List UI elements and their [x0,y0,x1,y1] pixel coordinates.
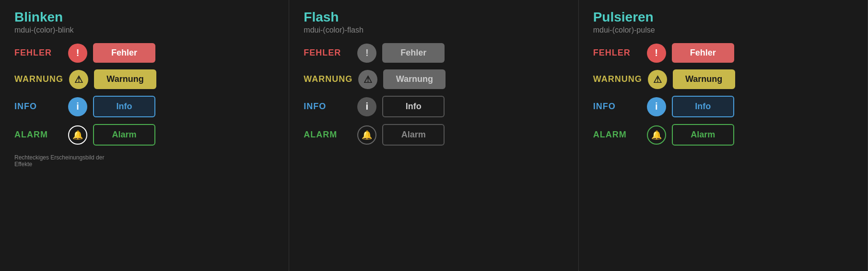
blinken-warnung-label: WARNUNG [14,74,63,84]
pulsieren-info-row: INFO i Info [593,96,853,117]
blinken-info-button[interactable]: Info [93,96,155,117]
blinken-info-label: INFO [14,102,62,112]
blinken-info-row: INFO i Info [14,96,274,117]
flash-subtitle: mdui-(color)-flash [304,26,563,34]
pulsieren-alarm-label: ALARM [593,130,641,140]
flash-alarm-button[interactable]: Alarm [382,124,445,146]
pulsieren-warnung-button[interactable]: Warnung [673,69,735,89]
blinken-section: Blinken mdui-(color)-blink FEHLER ! Fehl… [0,0,289,271]
blinken-fehler-icon: ! [68,44,87,63]
pulsieren-subtitle: mdui-(color)-pulse [593,26,853,34]
flash-info-label: INFO [304,102,352,112]
flash-section: Flash mdui-(color)-flash FEHLER ! Fehler… [289,0,578,271]
flash-warnung-icon: ⚠ [358,70,377,89]
blinken-alarm-row: ALARM 🔔 Alarm [14,124,274,146]
flash-fehler-label: FEHLER [304,48,352,58]
flash-alarm-label: ALARM [304,130,352,140]
flash-info-row: INFO i Info [304,96,563,117]
pulsieren-info-icon: i [647,97,666,116]
blinken-subtitle: mdui-(color)-blink [14,26,274,34]
pulsieren-fehler-icon: ! [647,44,666,63]
flash-alarm-row: ALARM 🔔 Alarm [304,124,563,146]
blinken-fehler-button[interactable]: Fehler [93,43,155,63]
pulsieren-info-button[interactable]: Info [672,96,734,117]
pulsieren-alarm-icon: 🔔 [647,125,666,145]
blinken-note: Rechteckiges Erscheinungsbild der Effekt… [14,154,110,168]
pulsieren-warnung-icon: ⚠ [648,70,667,89]
flash-fehler-row: FEHLER ! Fehler [304,43,563,63]
pulsieren-fehler-label: FEHLER [593,48,641,58]
blinken-warnung-row: WARNUNG ⚠ Warnung [14,69,274,89]
blinken-alarm-icon: 🔔 [68,125,87,145]
flash-info-button[interactable]: Info [382,96,445,117]
blinken-fehler-label: FEHLER [14,48,62,58]
flash-title: Flash [304,10,563,25]
flash-warnung-row: WARNUNG ⚠ Warnung [304,69,563,89]
blinken-info-icon: i [68,97,87,116]
blinken-fehler-row: FEHLER ! Fehler [14,43,274,63]
flash-info-icon: i [357,97,376,116]
blinken-warnung-button[interactable]: Warnung [94,69,156,89]
blinken-alarm-label: ALARM [14,130,62,140]
flash-fehler-button[interactable]: Fehler [382,43,445,63]
pulsieren-alarm-row: ALARM 🔔 Alarm [593,124,853,146]
flash-warnung-button[interactable]: Warnung [383,69,446,89]
pulsieren-fehler-button[interactable]: Fehler [672,43,734,63]
pulsieren-warnung-row: WARNUNG ⚠ Warnung [593,69,853,89]
blinken-alarm-button[interactable]: Alarm [93,124,155,146]
flash-alarm-icon: 🔔 [357,125,376,145]
blinken-warnung-icon: ⚠ [69,70,88,89]
flash-warnung-label: WARNUNG [304,74,352,84]
pulsieren-warnung-label: WARNUNG [593,74,642,84]
pulsieren-alarm-button[interactable]: Alarm [672,124,734,146]
pulsieren-fehler-row: FEHLER ! Fehler [593,43,853,63]
blinken-title: Blinken [14,10,274,25]
flash-fehler-icon: ! [357,44,376,63]
pulsieren-section: Pulsieren mdui-(color)-pulse FEHLER ! Fe… [579,0,868,271]
pulsieren-info-label: INFO [593,102,641,112]
pulsieren-title: Pulsieren [593,10,853,25]
